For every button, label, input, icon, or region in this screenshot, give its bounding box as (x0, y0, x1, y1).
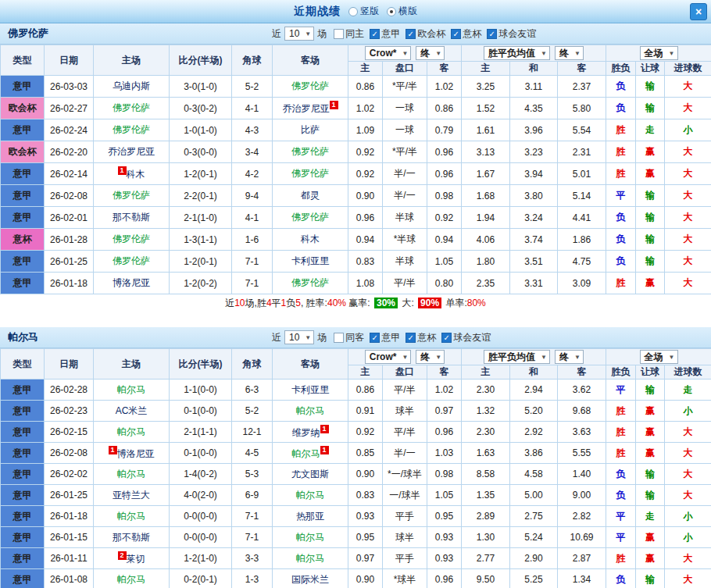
avg-odds-cell: 2.90 (510, 548, 558, 569)
filter-checkbox-意甲[interactable]: ✓意甲 (370, 27, 400, 41)
subcol-avg-away: 客 (558, 365, 606, 380)
odds-cell: 1.02 (427, 380, 462, 401)
match-row: 意甲26-02-08佛罗伦萨2-2(0-1)9-4都灵0.90半/一0.981.… (1, 185, 711, 207)
filter-checkbox-同客[interactable]: 同客 (334, 331, 364, 344)
avg-odds-cell: 1.68 (462, 185, 510, 207)
result-cell: 负 (606, 569, 636, 588)
odds-source-dropdown[interactable]: Crow* ▼ (365, 350, 412, 364)
odds-cell: 0.97 (427, 401, 462, 422)
score-cell: 1-2(0-1) (170, 251, 232, 273)
league-cell: 意杯 (1, 229, 45, 251)
near-label: 近 (272, 27, 281, 41)
corner-cell: 7-1 (232, 506, 273, 527)
odds-cell: 0.92 (348, 141, 383, 163)
match-row: 意甲26-02-28帕尔马1-1(0-0)6-3卡利亚里0.86平/半1.022… (1, 380, 711, 401)
team-cell: 佛罗伦萨 (94, 251, 170, 273)
filter-checkbox-意杯[interactable]: ✓意杯 (451, 27, 481, 41)
team-cell: AC米兰 (94, 401, 170, 422)
team-name: 卡利亚里 (291, 255, 329, 266)
col-date: 日期 (45, 349, 94, 380)
layout-radio-horizontal[interactable]: 横版 (387, 5, 417, 18)
dropdown-value: 胜平负均值 (488, 47, 535, 60)
window-title: 近期战绩 (294, 5, 341, 19)
avg-odds-cell: 1.32 (462, 401, 510, 422)
summary-part: 40% (327, 298, 346, 308)
result-cell: 大 (665, 422, 711, 443)
subcol-odds-away: 客 (427, 365, 462, 380)
odds-final-dropdown[interactable]: 终 ▼ (416, 350, 445, 364)
filter-checkbox-欧会杯[interactable]: ✓欧会杯 (406, 27, 445, 41)
result-cell: 大 (665, 141, 711, 163)
odds-cell: 1.05 (427, 485, 462, 506)
chevron-down-icon: ▼ (574, 354, 581, 361)
match-count-dropdown[interactable]: 10 ▼ (284, 330, 314, 344)
result-cell: 输 (636, 185, 665, 207)
team-cell: 佛罗伦萨 (94, 185, 170, 207)
result-cell: 赢 (636, 443, 665, 464)
odds-cell: 0.86 (348, 76, 383, 98)
scope-dropdown[interactable]: 全场 ▼ (640, 350, 678, 364)
filter-checkbox-意杯[interactable]: ✓意杯 (406, 331, 436, 344)
handicap-cell: 一球 (383, 119, 427, 141)
filter-checkbox-意甲[interactable]: ✓意甲 (370, 331, 400, 344)
score-cell: 1-2(1-0) (170, 548, 232, 569)
team-name: 帕尔马 (117, 574, 145, 585)
result-cell: 赢 (636, 141, 665, 163)
team-cell: 佛罗伦萨 (273, 76, 348, 98)
league-cell: 意甲 (1, 527, 45, 548)
chevron-down-icon: ▼ (305, 30, 311, 37)
filter-checkbox-球会友谊[interactable]: ✓球会友谊 (487, 27, 536, 41)
odds-cell: 0.98 (427, 464, 462, 485)
odds-cell: 0.92 (348, 163, 383, 185)
filter-label: 意杯 (417, 331, 436, 344)
league-cell: 意甲 (1, 485, 45, 506)
team-name: 那不勒斯 (113, 532, 150, 543)
avg-source-dropdown[interactable]: 胜平负均值 ▼ (484, 350, 550, 364)
subcol-result-handicap: 让球 (636, 62, 665, 76)
team-cell: 尤文图斯 (273, 464, 348, 485)
handicap-cell: *一/球半 (383, 464, 427, 485)
team-name: 佛罗伦萨 (113, 190, 150, 201)
result-cell: 胜 (606, 422, 636, 443)
odds-source-dropdown[interactable]: Crow* ▼ (365, 46, 412, 60)
result-cell: 平 (606, 185, 636, 207)
result-cell: 负 (606, 76, 636, 98)
avg-final-dropdown[interactable]: 终 ▼ (555, 46, 584, 60)
close-button[interactable]: × (690, 3, 707, 20)
team-name: 乌迪内斯 (113, 80, 150, 91)
avg-odds-cell: 3.86 (510, 443, 558, 464)
avg-odds-cell: 5.00 (510, 485, 558, 506)
summary-part: 场,胜 (245, 298, 266, 308)
team-cell: 帕尔马 (273, 527, 348, 548)
avg-odds-cell: 2.75 (510, 506, 558, 527)
score-cell: 0-3(0-2) (170, 98, 232, 119)
team-cell: 帕尔马 (273, 485, 348, 506)
score-cell: 1-1(0-0) (170, 380, 232, 401)
radio-selected-icon (387, 7, 396, 16)
handicap-cell: 平/半 (383, 380, 427, 401)
avg-odds-cell: 1.34 (558, 569, 606, 588)
team-section: 佛罗伦萨 近 10 ▼ 场 同主✓意甲✓欧会杯✓意杯✓球会友谊 类型 日期 主场… (0, 23, 711, 312)
scope-dropdown[interactable]: 全场 ▼ (640, 46, 678, 60)
result-cell: 大 (665, 443, 711, 464)
col-home: 主场 (94, 349, 170, 380)
avg-odds-cell: 9.68 (558, 401, 606, 422)
match-count-dropdown[interactable]: 10 ▼ (284, 27, 314, 41)
result-cell: 胜 (606, 141, 636, 163)
avg-odds-cell: 2.89 (462, 506, 510, 527)
checkbox-icon: ✓ (406, 333, 416, 343)
layout-radio-vertical[interactable]: 竖版 (348, 5, 379, 18)
team-name: 佛罗伦萨 (113, 102, 150, 113)
avg-final-dropdown[interactable]: 终 ▼ (555, 350, 584, 364)
avg-source-dropdown[interactable]: 胜平负均值 ▼ (484, 46, 550, 60)
result-cell: 负 (606, 251, 636, 273)
filter-checkbox-球会友谊[interactable]: ✓球会友谊 (441, 331, 491, 344)
date-cell: 26-02-28 (45, 380, 94, 401)
dropdown-value: 终 (559, 47, 569, 60)
corner-cell: 4-1 (232, 98, 273, 119)
corner-cell: 6-3 (232, 380, 273, 401)
odds-cell: 0.79 (427, 119, 462, 141)
odds-final-dropdown[interactable]: 终 ▼ (416, 46, 445, 60)
filter-bar: 近 10 ▼ 场 同主✓意甲✓欧会杯✓意杯✓球会友谊 (272, 27, 536, 41)
filter-checkbox-同主[interactable]: 同主 (334, 27, 364, 41)
